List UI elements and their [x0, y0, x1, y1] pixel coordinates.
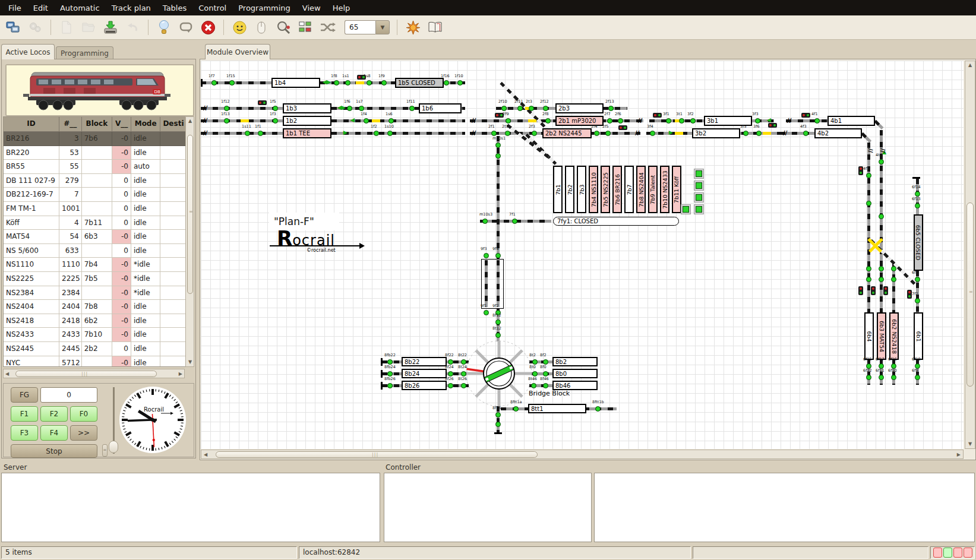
tab-programming[interactable]: Programming: [56, 46, 113, 59]
block-1b6[interactable]: 1b6: [419, 103, 462, 113]
speed-slider-thumb[interactable]: [109, 441, 118, 453]
block-6b1[interactable]: 6b1: [914, 312, 923, 360]
sensor[interactable]: [273, 106, 278, 111]
signal[interactable]: [357, 75, 366, 80]
block-7b5-ns2225[interactable]: 7b5 NS2225: [601, 166, 610, 213]
block-7b4-ns1110[interactable]: 7b4 NS1110: [589, 166, 598, 213]
module-view-icon[interactable]: [297, 19, 314, 36]
sensor[interactable]: [491, 131, 497, 136]
menu-item-file[interactable]: File: [2, 1, 27, 15]
scroll-left-icon[interactable]: ◀: [5, 372, 9, 377]
block-6b2-ns2418[interactable]: 6b2 NS2418: [889, 312, 899, 360]
block-4b1[interactable]: 4b1: [827, 116, 875, 126]
sensor[interactable]: [690, 118, 696, 124]
sensor[interactable]: [367, 80, 372, 86]
sensor[interactable]: [879, 277, 884, 282]
sensor[interactable]: [224, 118, 229, 124]
block-7b3[interactable]: 7b3: [577, 166, 586, 213]
stop-button[interactable]: Stop: [11, 444, 97, 458]
sensor[interactable]: [879, 159, 884, 164]
sensor[interactable]: [273, 118, 278, 124]
sensor[interactable]: [543, 359, 548, 365]
sensor[interactable]: [743, 131, 748, 136]
zoom-dropdown[interactable]: 65▼: [345, 20, 390, 34]
block-7b9-talent[interactable]: 7b9 Talent: [648, 166, 658, 213]
signal[interactable]: [495, 113, 504, 118]
sensor[interactable]: [512, 219, 517, 224]
block-8tt1[interactable]: 8tt1: [528, 404, 586, 413]
controller-log[interactable]: [384, 473, 592, 542]
sensor[interactable]: [650, 131, 655, 136]
block-8b24[interactable]: 8b24: [402, 369, 447, 378]
loco-row[interactable]: DB 111 027-92790idle: [4, 174, 187, 188]
loco-row[interactable]: NS243324337b10-0idle: [4, 328, 187, 342]
function-button-[interactable]: >>: [70, 425, 97, 441]
sensor[interactable]: [532, 131, 537, 136]
signal[interactable]: [858, 166, 863, 175]
sensor[interactable]: [915, 375, 920, 380]
plan-hscroll-thumb[interactable]: |||: [216, 451, 538, 458]
scroll-up-icon[interactable]: ▲: [188, 119, 192, 124]
sensor[interactable]: [532, 371, 538, 377]
accessory-icon[interactable]: [405, 19, 421, 36]
block-7b7[interactable]: 7b7: [624, 166, 634, 213]
block-7b2[interactable]: 7b2: [565, 166, 574, 213]
sensor[interactable]: [388, 118, 394, 124]
block-7b10-ns2433[interactable]: 7b10 NS2433: [660, 166, 669, 213]
loco-table-vscrollbar[interactable]: ▲ ≡ ▼: [185, 116, 194, 367]
sensor[interactable]: [409, 106, 415, 111]
sensor[interactable]: [543, 371, 548, 377]
sensor[interactable]: [879, 214, 884, 219]
sensor[interactable]: [543, 106, 548, 111]
block-4b2[interactable]: 4b2: [814, 128, 862, 138]
sensor[interactable]: [607, 118, 612, 124]
signal[interactable]: [907, 290, 912, 299]
sensor[interactable]: [529, 106, 534, 111]
output-button[interactable]: [694, 169, 704, 179]
menu-item-track-plan[interactable]: Track plan: [106, 1, 157, 15]
sensor[interactable]: [457, 80, 463, 86]
scroll-down-icon[interactable]: ▼: [968, 442, 972, 447]
block-1b4[interactable]: 1b4: [271, 78, 320, 88]
sensor[interactable]: [866, 277, 871, 282]
menu-item-view[interactable]: View: [296, 1, 327, 15]
pane-grip[interactable]: =: [102, 444, 108, 457]
sensor[interactable]: [803, 131, 808, 136]
loco-row[interactable]: NS244524452b20idle: [4, 342, 187, 356]
plan-hscrollbar[interactable]: ◀ ||| ▶: [201, 450, 964, 459]
sensor[interactable]: [866, 173, 871, 178]
sensor[interactable]: [495, 412, 501, 417]
signal[interactable]: [801, 113, 810, 118]
sensor[interactable]: [755, 118, 760, 124]
sensor[interactable]: [359, 106, 364, 111]
sensor[interactable]: [608, 106, 614, 111]
sensor[interactable]: [517, 106, 523, 111]
block-8b0[interactable]: 8b0: [552, 369, 598, 378]
loco-table-hscrollbar[interactable]: ◀ ||| ▶: [3, 369, 185, 378]
sensor[interactable]: [461, 383, 466, 388]
sensor[interactable]: [448, 383, 453, 388]
emergency-stop-icon[interactable]: [200, 19, 216, 36]
loco-row[interactable]: NS111011107b4-0*idle: [4, 258, 187, 272]
sensor[interactable]: [364, 118, 369, 124]
sensor[interactable]: [224, 106, 229, 111]
sensor[interactable]: [501, 106, 507, 111]
function-button-F1[interactable]: F1: [11, 406, 38, 422]
sensor[interactable]: [891, 375, 896, 380]
menu-item-programming[interactable]: Programming: [232, 1, 296, 15]
sensor[interactable]: [448, 359, 453, 365]
signal[interactable]: [258, 100, 267, 105]
sensor[interactable]: [879, 375, 884, 380]
block-7b11-k-ff[interactable]: 7b11 Köff: [672, 166, 681, 213]
sensor[interactable]: [866, 201, 871, 206]
workstation-icon[interactable]: [5, 19, 21, 36]
loco-row[interactable]: NS241824186b2-0idle: [4, 314, 187, 328]
sensor[interactable]: [374, 131, 379, 136]
scroll-left-icon[interactable]: ◀: [204, 453, 207, 457]
signal[interactable]: [653, 113, 662, 118]
controller-log-2[interactable]: [594, 473, 975, 542]
function-button-F3[interactable]: F3: [11, 425, 38, 441]
block-7b6-br216[interactable]: 7b6 BR216: [612, 166, 622, 213]
scroll-right-icon[interactable]: ▶: [957, 453, 961, 457]
search-loco-icon[interactable]: [275, 19, 292, 36]
